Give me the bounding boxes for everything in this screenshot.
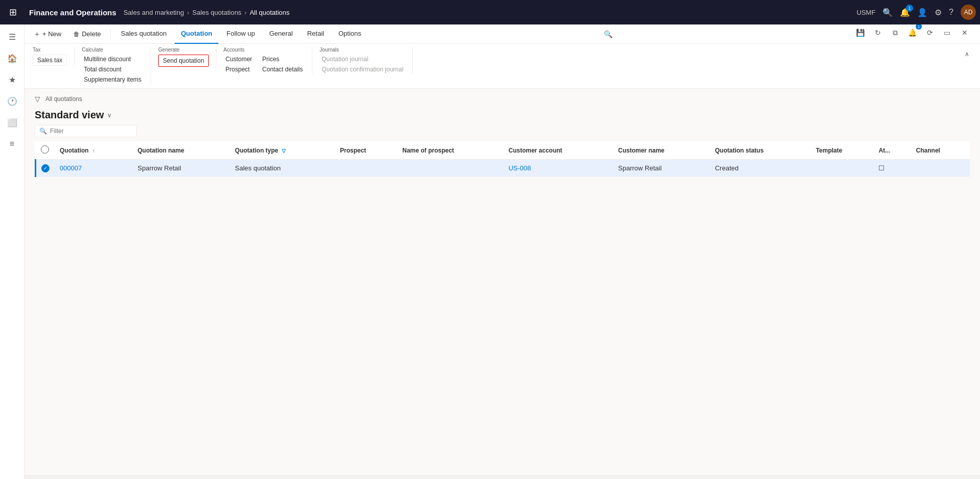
quotation-confirmation-journal-btn[interactable]: Quotation confirmation journal (320, 65, 405, 74)
total-discount-btn[interactable]: Total discount (82, 65, 143, 74)
page-header: ▽ All quotations (24, 89, 980, 106)
search-icon[interactable]: 🔍 (883, 8, 893, 17)
view-chevron-icon: ∨ (107, 112, 112, 119)
col-quotation[interactable]: Quotation ↑ (55, 141, 133, 160)
sidebar-recent[interactable]: 🕐 (2, 91, 22, 111)
accounts-group-items: Customer Prospect Prices Contact details (224, 55, 305, 74)
table-row[interactable]: ✓ 000007 Sparrow Retail Sales quotation … (36, 160, 970, 177)
sidebar-workspaces[interactable]: ⬜ (2, 112, 22, 133)
prospect-btn[interactable]: Prospect (224, 65, 254, 74)
tab-options[interactable]: Options (332, 24, 368, 44)
new-button[interactable]: ＋ + New (29, 24, 66, 44)
table-header-row: Quotation ↑ Quotation name Quotation typ… (36, 141, 970, 160)
prices-btn[interactable]: Prices (260, 55, 305, 64)
sales-tax-btn[interactable]: Sales tax (33, 55, 67, 66)
ribbon-collapse-btn[interactable]: ∧ (960, 47, 974, 61)
row-checkbox[interactable]: ✓ (41, 164, 50, 172)
quotation-sort-icon: ↑ (92, 148, 95, 154)
sidebar-list[interactable]: ≡ (2, 134, 22, 154)
tax-group-items: Sales tax (33, 55, 67, 66)
contact-details-btn[interactable]: Contact details (260, 65, 305, 74)
person-settings-icon[interactable]: 👤 (917, 8, 927, 17)
quotation-link[interactable]: 000007 (60, 164, 82, 172)
ribbon-tabs: ＋ + New 🗑 Delete Sales quotation Quotati… (24, 24, 980, 44)
page-content: ▽ All quotations Standard view ∨ 🔍 (24, 89, 980, 479)
col-quotation-name[interactable]: Quotation name (133, 141, 230, 160)
close-icon-btn[interactable]: ✕ (958, 26, 972, 40)
col-name-of-prospect[interactable]: Name of prospect (397, 141, 503, 160)
tab-retail[interactable]: Retail (301, 24, 330, 44)
col-customer-account[interactable]: Customer account (503, 141, 613, 160)
customer-btn[interactable]: Customer (224, 55, 254, 64)
tax-group-label: Tax (33, 47, 41, 53)
tab-sales-quotation[interactable]: Sales quotation (115, 24, 173, 44)
main-area: ＋ + New 🗑 Delete Sales quotation Quotati… (24, 24, 980, 479)
top-nav-actions: USMF 🔍 🔔 1 👤 ⚙ ? AD (856, 5, 976, 20)
col-channel[interactable]: Channel (911, 141, 970, 160)
top-nav-bar: ⊞ Finance and Operations Sales and marke… (0, 0, 980, 24)
filter-input[interactable] (50, 128, 132, 135)
journals-group-items: Quotation journal Quotation confirmation… (320, 55, 405, 74)
gear-icon[interactable]: ⚙ (935, 8, 942, 17)
notification-bell-icon-btn[interactable]: 🔔 1 (905, 26, 920, 40)
app-title: Finance and Operations (22, 8, 124, 17)
row-name-of-prospect (397, 160, 503, 177)
minimize-icon-btn[interactable]: ▭ (940, 26, 954, 40)
accounts-group-label: Accounts (224, 47, 244, 53)
ribbon-search-icon[interactable]: 🔍 (599, 30, 618, 38)
calculate-ribbon-group: Calculate Multiline discount Total disco… (75, 47, 151, 84)
tab-quotation[interactable]: Quotation (175, 24, 218, 44)
breadcrumb-sales-marketing[interactable]: Sales and marketing (124, 9, 184, 16)
bottom-scrollbar[interactable] (24, 475, 980, 479)
send-quotation-btn[interactable]: Send quotation (158, 55, 209, 67)
row-at[interactable]: ☐ (873, 160, 911, 177)
col-at[interactable]: At... (873, 141, 911, 160)
copy-icon-btn[interactable]: ⧉ (888, 26, 902, 40)
tab-general[interactable]: General (263, 24, 299, 44)
col-prospect[interactable]: Prospect (335, 141, 397, 160)
calculate-group-items: Multiline discount Total discount Supple… (82, 55, 143, 84)
multiline-discount-btn[interactable]: Multiline discount (82, 55, 143, 64)
filter-icon[interactable]: ▽ (35, 95, 40, 103)
sidebar-menu-toggle[interactable]: ☰ (2, 27, 22, 47)
breadcrumb-sales-quotations[interactable]: Sales quotations (192, 9, 241, 16)
col-template[interactable]: Template (811, 141, 873, 160)
journals-ribbon-group: Journals Quotation journal Quotation con… (312, 47, 413, 74)
at-checkbox[interactable]: ☐ (878, 164, 885, 172)
sync-icon-btn[interactable]: ⟳ (923, 26, 937, 40)
col-customer-name[interactable]: Customer name (613, 141, 710, 160)
refresh-all-icon-btn[interactable]: ↻ (871, 26, 885, 40)
filter-input-search-icon: 🔍 (39, 128, 47, 135)
view-title: Standard view (35, 109, 104, 121)
ribbon-right-icons: 💾 ↻ ⧉ 🔔 1 ⟳ ▭ ✕ (849, 24, 976, 40)
col-quotation-type[interactable]: Quotation type ▽ (230, 141, 335, 160)
view-selector[interactable]: Standard view ∨ (24, 106, 980, 121)
select-all-checkbox[interactable] (41, 145, 49, 154)
supplementary-items-btn[interactable]: Supplementary items (82, 75, 143, 84)
save-icon-btn[interactable]: 💾 (853, 26, 868, 40)
notifications-icon[interactable]: 🔔 1 (900, 8, 910, 17)
help-icon[interactable]: ? (949, 8, 953, 17)
row-customer-name: Sparrow Retail (613, 160, 710, 177)
breadcrumb-sep-1: › (187, 9, 189, 16)
row-customer-account[interactable]: US-008 (503, 160, 613, 177)
quotation-journal-btn[interactable]: Quotation journal (320, 55, 405, 64)
col-select[interactable] (36, 141, 55, 160)
new-plus-icon: ＋ (34, 30, 40, 39)
ribbon: ＋ + New 🗑 Delete Sales quotation Quotati… (24, 24, 980, 89)
breadcrumb: Sales and marketing › Sales quotations ›… (124, 9, 856, 16)
sidebar-favorites[interactable]: ★ (2, 69, 22, 90)
sidebar-home[interactable]: 🏠 (2, 48, 22, 68)
filter-input-wrapper: 🔍 (35, 125, 137, 137)
row-template (811, 160, 873, 177)
delete-button[interactable]: 🗑 Delete (68, 24, 106, 44)
customer-account-link[interactable]: US-008 (508, 164, 531, 172)
col-quotation-status[interactable]: Quotation status (710, 141, 811, 160)
grid-icon[interactable]: ⊞ (4, 7, 22, 18)
left-sidebar: ☰ 🏠 ★ 🕐 ⬜ ≡ (0, 24, 24, 479)
quotation-type-filter-icon[interactable]: ▽ (282, 148, 286, 154)
tab-follow-up[interactable]: Follow up (220, 24, 261, 44)
row-checkbox-cell[interactable]: ✓ (36, 160, 55, 177)
avatar[interactable]: AD (961, 5, 976, 20)
row-quotation-id[interactable]: 000007 (55, 160, 133, 177)
